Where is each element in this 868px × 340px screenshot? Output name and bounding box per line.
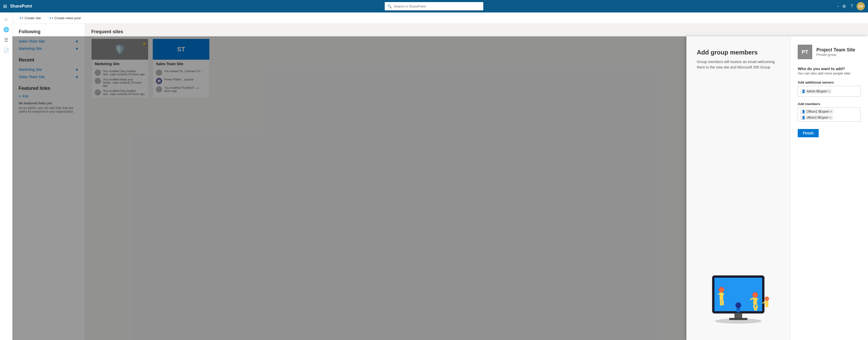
below-toolbar: Following Sales Team Site ★ Marketing Si… bbox=[12, 24, 868, 340]
create-site-label: + Create site bbox=[22, 16, 41, 20]
panel-left: Add group members Group members will rec… bbox=[686, 36, 790, 340]
svg-rect-24 bbox=[765, 301, 768, 307]
who-add-section: Who do you want to add? You can also add… bbox=[798, 66, 861, 75]
app-logo: SharePoint bbox=[10, 4, 32, 8]
svg-point-21 bbox=[752, 292, 758, 298]
main-layout: ⌂ 🌐 ☰ 📄 + + Create site + + Create news … bbox=[0, 12, 868, 340]
member-person-icon-0: 👤 bbox=[802, 110, 805, 114]
overlay-panel: Add group members Group members will rec… bbox=[686, 36, 868, 340]
icon-nav: ⌂ 🌐 ☰ 📄 bbox=[0, 12, 12, 340]
svg-rect-4 bbox=[729, 318, 747, 320]
nav-home[interactable]: ⌂ bbox=[2, 14, 11, 24]
nav-feed[interactable]: ☰ bbox=[2, 35, 11, 44]
member-tag-name-1: officer2 9Expert bbox=[807, 116, 828, 119]
create-news-button[interactable]: + + Create news post bbox=[48, 15, 82, 22]
members-input[interactable]: 👤 Officer1 9Expert × 👤 officer2 9Expert … bbox=[798, 107, 861, 122]
svg-point-14 bbox=[736, 302, 741, 308]
svg-point-11 bbox=[719, 287, 724, 292]
members-field: Add members 👤 Officer1 9Expert × 👤 bbox=[798, 102, 861, 122]
site-info-header: PT Project Team Site Private group bbox=[798, 44, 861, 59]
site-info-text: Project Team Site Private group bbox=[816, 47, 855, 57]
member-tag-name-0: Officer1 9Expert bbox=[807, 110, 829, 114]
following-title: Following bbox=[19, 29, 79, 34]
overlay-backdrop[interactable] bbox=[12, 36, 686, 340]
panel-title: Add group members bbox=[697, 49, 758, 56]
who-add-title: Who do you want to add? bbox=[798, 66, 861, 71]
site-initials-box: PT bbox=[798, 44, 812, 59]
svg-rect-7 bbox=[718, 293, 721, 295]
help-button[interactable]: ? bbox=[849, 3, 854, 9]
content-column: + + Create site + + Create news post Fol… bbox=[12, 12, 868, 340]
svg-rect-10 bbox=[722, 300, 724, 306]
member-tag-remove-0[interactable]: × bbox=[830, 110, 832, 114]
svg-point-23 bbox=[765, 297, 769, 301]
member-person-icon-1: 👤 bbox=[802, 116, 805, 119]
create-site-plus-icon: + bbox=[19, 16, 22, 21]
search-input[interactable] bbox=[394, 4, 481, 8]
site-name: Project Team Site bbox=[816, 47, 855, 53]
site-type: Private group bbox=[816, 53, 855, 57]
content-area: + + Create site + + Create news post Fol… bbox=[12, 12, 868, 340]
nav-doc[interactable]: 📄 bbox=[2, 46, 11, 55]
panel-illustration bbox=[697, 271, 780, 328]
settings-button[interactable]: ⚙ bbox=[841, 3, 847, 10]
search-icon: 🔍 bbox=[387, 4, 392, 8]
topbar: ⊞ SharePoint 🔍 • ⚙ ? CP bbox=[0, 0, 868, 12]
owners-field: Add additional owners 👤 Admin 9Expert × bbox=[798, 81, 861, 97]
svg-rect-18 bbox=[755, 299, 758, 300]
owner-tag-name-0: Admin 9Expert bbox=[807, 90, 827, 93]
owner-tag-0: 👤 Admin 9Expert × bbox=[800, 89, 832, 94]
dot-decoration: • bbox=[838, 5, 839, 8]
nav-globe[interactable]: 🌐 bbox=[2, 25, 11, 34]
svg-rect-9 bbox=[720, 300, 722, 306]
panel-subtitle: Group members will receive an email welc… bbox=[697, 59, 780, 70]
owners-label: Add additional owners bbox=[798, 81, 861, 84]
member-tag-1: 👤 officer2 9Expert × bbox=[800, 115, 833, 120]
search-bar[interactable]: 🔍 bbox=[385, 2, 483, 10]
finish-button[interactable]: Finish bbox=[798, 129, 819, 137]
svg-rect-3 bbox=[735, 313, 742, 318]
create-news-label: + Create news post bbox=[52, 16, 81, 20]
overlay-container: Add group members Group members will rec… bbox=[12, 36, 868, 340]
owners-input[interactable]: 👤 Admin 9Expert × bbox=[798, 86, 861, 97]
members-text-input[interactable] bbox=[834, 115, 859, 120]
owner-tag-remove-0[interactable]: × bbox=[828, 90, 830, 93]
who-add-sub: You can also add more people later bbox=[798, 71, 861, 75]
create-site-button[interactable]: + + Create site bbox=[18, 15, 42, 22]
topbar-right: • ⚙ ? CP bbox=[838, 2, 865, 10]
owner-person-icon-0: 👤 bbox=[802, 90, 805, 93]
frequent-sites-title: Frequent sites bbox=[91, 29, 862, 34]
sub-toolbar: + + Create site + + Create news post bbox=[12, 12, 868, 24]
member-tag-remove-1[interactable]: × bbox=[829, 116, 831, 119]
member-tag-0: 👤 Officer1 9Expert × bbox=[800, 109, 834, 114]
panel-right: PT Project Team Site Private group Who d… bbox=[790, 36, 868, 340]
create-news-plus-icon: + bbox=[49, 16, 51, 21]
waffle-icon[interactable]: ⊞ bbox=[3, 3, 7, 9]
avatar[interactable]: CP bbox=[857, 2, 865, 10]
members-label: Add members bbox=[798, 102, 861, 106]
